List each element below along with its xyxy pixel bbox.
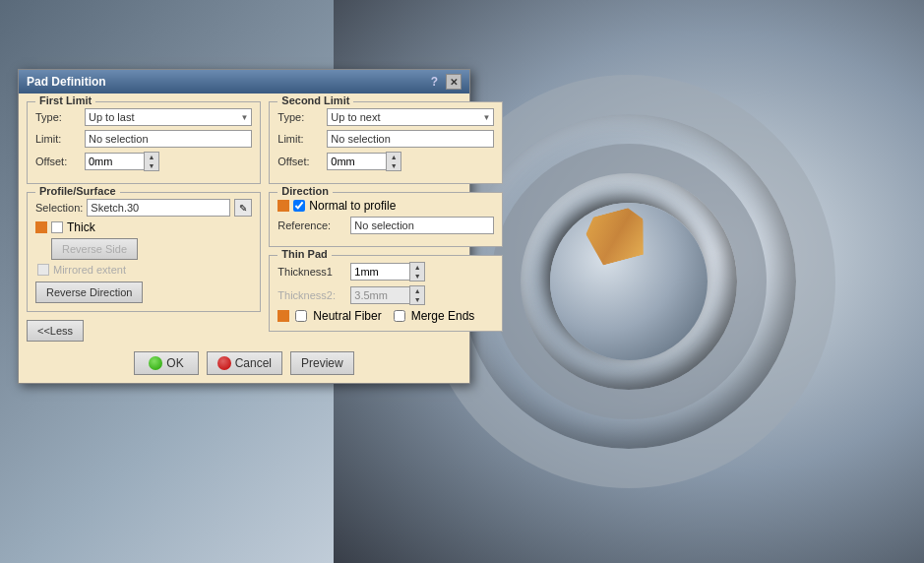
first-limit-label: First Limit xyxy=(35,94,95,106)
first-limit-row: Limit: xyxy=(35,130,252,148)
thickness1-row: Thickness1 ▲ ▼ xyxy=(277,262,494,282)
neutral-fiber-checkbox[interactable] xyxy=(295,310,307,322)
profile-edit-icon[interactable]: ✎ xyxy=(234,199,252,217)
reverse-side-label: Reverse Side xyxy=(62,243,127,255)
merge-ends-label: Merge Ends xyxy=(411,309,475,323)
reference-label: Reference: xyxy=(277,219,346,231)
close-button[interactable]: ✕ xyxy=(446,74,462,90)
thickness1-input[interactable] xyxy=(350,263,409,281)
dialog-body: First Limit Type: Up to last ▼ Limit: O xyxy=(19,94,469,383)
first-type-label: Type: xyxy=(35,111,81,123)
second-offset-down[interactable]: ▼ xyxy=(387,161,400,170)
help-button[interactable]: ? xyxy=(431,75,438,89)
thickness1-spinner-buttons: ▲ ▼ xyxy=(409,262,425,282)
cancel-red-circle xyxy=(217,356,231,370)
less-less-label: <<Less xyxy=(37,325,73,337)
second-offset-up[interactable]: ▲ xyxy=(387,153,400,161)
thickness2-input[interactable] xyxy=(350,286,409,304)
ok-label: OK xyxy=(166,356,183,370)
titlebar-buttons: ? ✕ xyxy=(431,74,462,90)
normal-to-profile-label: Normal to profile xyxy=(309,199,396,213)
first-limit-label-text: Limit: xyxy=(35,133,81,145)
neutral-fiber-row: Neutral Fiber Merge Ends xyxy=(277,309,494,323)
thin-pad-group: Thin Pad Thickness1 ▲ ▼ Thickness2: xyxy=(269,255,503,332)
thickness2-spinner-buttons: ▲ ▼ xyxy=(409,285,425,305)
second-offset-spinner: ▲ ▼ xyxy=(327,152,401,171)
first-offset-input[interactable] xyxy=(85,153,144,170)
first-offset-spinner: ▲ ▼ xyxy=(85,152,159,171)
first-limit-input[interactable] xyxy=(85,130,252,148)
direction-group: Direction Normal to profile Reference: xyxy=(269,192,503,247)
dialog-title: Pad Definition xyxy=(27,75,106,89)
thickness2-down[interactable]: ▼ xyxy=(410,295,424,304)
second-type-value: Up to next xyxy=(331,111,380,123)
less-less-button[interactable]: <<Less xyxy=(27,320,84,342)
direction-color-indicator xyxy=(277,200,289,212)
dialog-content: First Limit Type: Up to last ▼ Limit: O xyxy=(27,101,462,342)
second-limit-label: Second Limit xyxy=(277,94,353,106)
less-less-row: <<Less xyxy=(27,320,261,342)
dialog-titlebar: Pad Definition ? ✕ xyxy=(19,70,469,94)
ok-button[interactable]: OK xyxy=(134,351,198,375)
normal-to-profile-row: Normal to profile xyxy=(277,199,494,213)
thick-checkbox[interactable] xyxy=(51,221,63,233)
first-type-value: Up to last xyxy=(89,111,134,123)
second-offset-label: Offset: xyxy=(277,156,323,167)
ok-green-circle xyxy=(149,356,162,370)
reference-input[interactable] xyxy=(350,217,494,234)
preview-button[interactable]: Preview xyxy=(290,351,354,375)
thickness2-row: Thickness2: ▲ ▼ xyxy=(277,285,494,305)
first-offset-spinner-buttons: ▲ ▼ xyxy=(144,152,159,171)
second-limit-group: Second Limit Type: Up to next ▼ Limit: xyxy=(269,101,503,184)
thickness1-spinner: ▲ ▼ xyxy=(350,262,425,282)
ok-cancel-row: OK Cancel Preview xyxy=(27,347,462,375)
normal-to-profile-checkbox[interactable] xyxy=(293,200,305,212)
mirrored-label: Mirrored extent xyxy=(53,264,126,276)
neutral-fiber-label: Neutral Fiber xyxy=(313,309,381,323)
profile-selection-label-text: Selection: xyxy=(35,202,83,214)
second-type-arrow: ▼ xyxy=(482,113,490,122)
reverse-direction-wrapper: Reverse Direction xyxy=(35,282,252,303)
first-offset-label: Offset: xyxy=(35,156,81,167)
mirrored-row: Mirrored extent xyxy=(37,264,252,276)
mirrored-checkbox[interactable] xyxy=(37,264,49,276)
first-offset-row: Offset: ▲ ▼ xyxy=(35,152,252,171)
reference-row: Reference: xyxy=(277,217,494,234)
reverse-side-wrapper: Reverse Side xyxy=(51,238,252,260)
merge-ends-checkbox[interactable] xyxy=(394,310,405,322)
preview-label: Preview xyxy=(301,356,343,370)
second-limit-input[interactable] xyxy=(327,130,494,148)
thickness1-up[interactable]: ▲ xyxy=(410,263,424,272)
edit-pencil-icon: ✎ xyxy=(239,203,247,214)
thickness2-spinner: ▲ ▼ xyxy=(350,285,425,305)
cancel-label: Cancel xyxy=(235,356,272,370)
thickness2-up[interactable]: ▲ xyxy=(410,286,424,295)
left-panel: First Limit Type: Up to last ▼ Limit: O xyxy=(27,101,261,342)
first-offset-down[interactable]: ▼ xyxy=(145,161,158,170)
reverse-side-button[interactable]: Reverse Side xyxy=(51,238,138,260)
second-type-row: Type: Up to next ▼ xyxy=(277,108,494,126)
thickness1-label: Thickness1 xyxy=(277,266,346,278)
thickness1-down[interactable]: ▼ xyxy=(410,272,424,281)
first-type-arrow: ▼ xyxy=(240,113,248,122)
thick-color-indicator xyxy=(35,221,47,233)
profile-selection-input[interactable] xyxy=(87,199,230,217)
thick-label: Thick xyxy=(67,220,95,234)
right-panel: Second Limit Type: Up to next ▼ Limit: xyxy=(269,101,503,342)
second-type-dropdown[interactable]: Up to next ▼ xyxy=(327,108,494,126)
second-type-label: Type: xyxy=(277,111,323,123)
profile-surface-label: Profile/Surface xyxy=(35,185,120,197)
second-offset-spinner-buttons: ▲ ▼ xyxy=(386,152,401,171)
second-limit-row: Limit: xyxy=(277,130,494,148)
thick-row: Thick xyxy=(35,220,252,234)
reverse-direction-button[interactable]: Reverse Direction xyxy=(35,282,143,303)
thin-pad-label: Thin Pad xyxy=(277,248,331,260)
direction-label: Direction xyxy=(277,185,333,197)
second-offset-input[interactable] xyxy=(327,153,386,170)
second-limit-label-text: Limit: xyxy=(277,133,323,145)
first-type-dropdown[interactable]: Up to last ▼ xyxy=(85,108,252,126)
profile-surface-group: Profile/Surface Selection: ✎ Thick xyxy=(27,192,261,312)
first-offset-up[interactable]: ▲ xyxy=(145,153,158,161)
profile-selection-row: Selection: ✎ xyxy=(35,199,252,217)
cancel-button[interactable]: Cancel xyxy=(207,351,282,375)
